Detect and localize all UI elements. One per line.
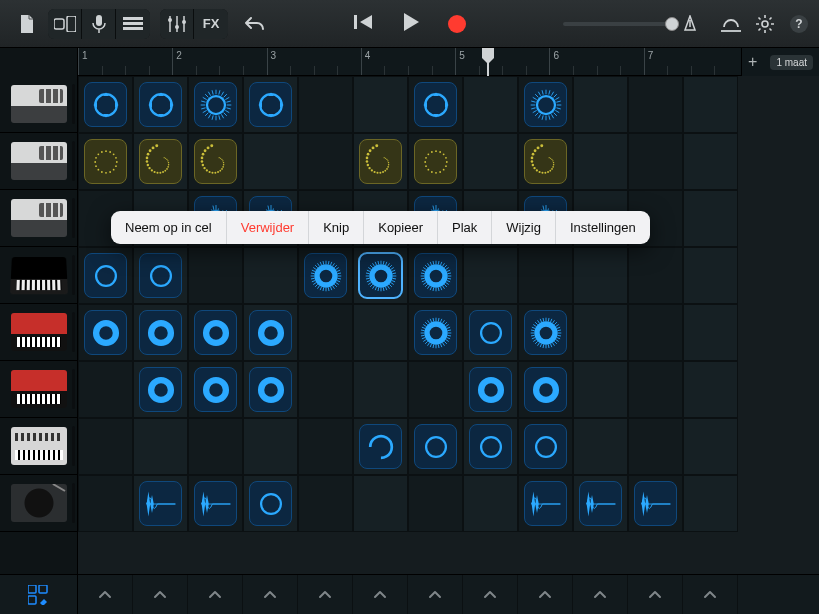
grid-cell[interactable] (518, 247, 573, 304)
loop-button[interactable] (721, 15, 741, 33)
grid-cell[interactable] (518, 133, 573, 190)
grid-cell[interactable] (683, 76, 738, 133)
grid-cell[interactable] (298, 475, 353, 532)
tracks-button[interactable] (116, 9, 150, 39)
grid-cell[interactable] (298, 133, 353, 190)
loop-cell[interactable] (524, 310, 567, 355)
grid-cell[interactable] (463, 76, 518, 133)
grid-cell[interactable] (683, 304, 738, 361)
track-header-drum-machine-2[interactable] (0, 133, 77, 190)
loop-cell[interactable] (194, 310, 237, 355)
grid-cell[interactable] (353, 76, 408, 133)
track-header-synth[interactable] (0, 418, 77, 475)
loop-cell[interactable] (524, 481, 567, 526)
context-menu-item[interactable]: Plak (438, 211, 492, 244)
grid-cell[interactable] (133, 76, 188, 133)
zoom-badge[interactable]: 1 maat (770, 55, 813, 70)
grid-cell[interactable] (133, 475, 188, 532)
loop-cell[interactable] (139, 367, 182, 412)
grid-cell[interactable] (243, 361, 298, 418)
grid-cell[interactable] (243, 304, 298, 361)
grid-cell[interactable] (518, 475, 573, 532)
browser-button[interactable] (48, 9, 82, 39)
grid-cell[interactable] (463, 361, 518, 418)
loop-cell[interactable] (84, 82, 127, 127)
loop-cell[interactable] (194, 367, 237, 412)
loop-cell[interactable] (194, 82, 237, 127)
grid-cell[interactable] (463, 418, 518, 475)
loop-cell[interactable] (469, 424, 512, 469)
grid-cell[interactable] (463, 475, 518, 532)
grid-cell[interactable] (628, 475, 683, 532)
context-menu-item[interactable]: Verwijder (227, 211, 309, 244)
column-trigger[interactable] (243, 575, 298, 614)
new-project-button[interactable] (10, 9, 44, 39)
grid-cell[interactable] (518, 418, 573, 475)
cells-edit-button[interactable] (0, 575, 78, 614)
loop-cell[interactable] (84, 139, 127, 184)
rewind-button[interactable] (354, 13, 374, 34)
grid-cell[interactable] (133, 418, 188, 475)
grid-cell[interactable] (683, 247, 738, 304)
record-button[interactable] (448, 15, 466, 33)
grid-cell[interactable] (78, 475, 133, 532)
loop-cell[interactable] (469, 367, 512, 412)
grid-cell[interactable] (188, 76, 243, 133)
grid-cell[interactable] (243, 418, 298, 475)
grid-cell[interactable] (353, 418, 408, 475)
metronome-icon[interactable] (681, 15, 699, 33)
track-header-keys-red-1[interactable] (0, 304, 77, 361)
loop-cell[interactable] (414, 253, 457, 298)
grid-cell[interactable] (353, 247, 408, 304)
mixer-button[interactable] (160, 9, 194, 39)
loop-cell[interactable] (359, 139, 402, 184)
mic-button[interactable] (82, 9, 116, 39)
grid-cell[interactable] (133, 361, 188, 418)
grid-cell[interactable] (683, 190, 738, 247)
grid-cell[interactable] (573, 475, 628, 532)
grid-cell[interactable] (518, 76, 573, 133)
grid-cell[interactable] (133, 304, 188, 361)
loop-cell[interactable] (139, 481, 182, 526)
loop-cell[interactable] (139, 82, 182, 127)
grid-cell[interactable] (78, 418, 133, 475)
context-menu-item[interactable]: Instellingen (556, 211, 650, 244)
grid-cell[interactable] (628, 361, 683, 418)
fx-button[interactable]: FX (194, 9, 228, 39)
loop-cell[interactable] (359, 424, 402, 469)
column-trigger[interactable] (78, 575, 133, 614)
loop-cell[interactable] (524, 424, 567, 469)
loop-cell[interactable] (249, 310, 292, 355)
column-trigger[interactable] (298, 575, 353, 614)
context-menu-item[interactable]: Knip (309, 211, 364, 244)
column-trigger[interactable] (683, 575, 738, 614)
grid-cell[interactable] (188, 304, 243, 361)
grid-cell[interactable] (78, 133, 133, 190)
grid-cell[interactable] (188, 247, 243, 304)
grid-cell[interactable] (353, 133, 408, 190)
grid-cell[interactable] (188, 418, 243, 475)
grid-cell[interactable] (683, 133, 738, 190)
grid-cell[interactable] (408, 247, 463, 304)
loop-cell[interactable] (414, 82, 457, 127)
loop-cell[interactable] (524, 82, 567, 127)
column-trigger[interactable] (353, 575, 408, 614)
grid-cell[interactable] (298, 76, 353, 133)
loop-cell[interactable] (524, 367, 567, 412)
grid-cell[interactable] (243, 76, 298, 133)
loop-cell[interactable] (84, 253, 127, 298)
track-header-keys-red-2[interactable] (0, 361, 77, 418)
loop-cell[interactable] (194, 481, 237, 526)
grid-cell[interactable] (353, 361, 408, 418)
loop-cell[interactable] (579, 481, 622, 526)
undo-button[interactable] (238, 9, 272, 39)
grid-cell[interactable] (243, 133, 298, 190)
grid-cell[interactable] (78, 247, 133, 304)
column-trigger[interactable] (518, 575, 573, 614)
grid-cell[interactable] (628, 418, 683, 475)
grid-cell[interactable] (188, 361, 243, 418)
loop-cell[interactable] (304, 253, 347, 298)
settings-button[interactable] (755, 14, 775, 34)
column-trigger[interactable] (408, 575, 463, 614)
grid-cell[interactable] (573, 361, 628, 418)
